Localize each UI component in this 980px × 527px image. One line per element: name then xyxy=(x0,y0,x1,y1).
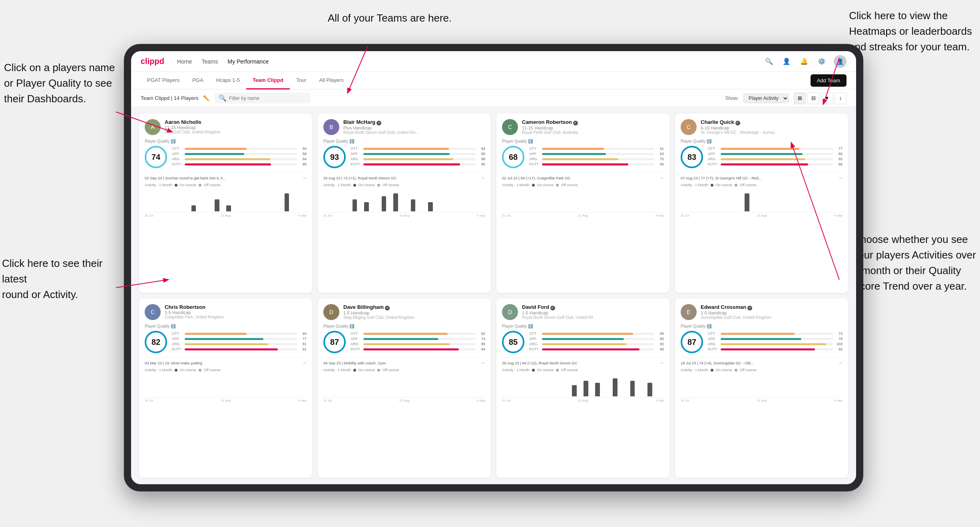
player-handicap: 11-15 Handicap xyxy=(522,125,664,130)
chart-bar xyxy=(613,378,617,396)
player-handicap: 1-5 Handicap xyxy=(701,310,843,315)
score-circle[interactable]: 93 xyxy=(323,146,346,168)
tab-all-players[interactable]: All Players xyxy=(313,72,350,89)
activity-text: Activity · 1 Month xyxy=(323,368,351,372)
score-circle[interactable]: 85 xyxy=(502,331,524,353)
nav-home[interactable]: Home xyxy=(177,57,192,66)
stat-bar-arg xyxy=(363,158,453,160)
nav-teams[interactable]: Teams xyxy=(201,57,218,66)
latest-round[interactable]: 07 Aug 23 | 77 (+7), St George's Hill GC… xyxy=(681,172,843,181)
on-course-label: On course xyxy=(180,368,197,372)
search-input[interactable] xyxy=(229,95,307,101)
activity-text: Activity · 1 Month xyxy=(502,183,530,187)
edit-icon[interactable]: ✏️ xyxy=(203,95,210,101)
player-info: David Ford✓ 1-5 Handicap Royal North Dev… xyxy=(522,304,664,320)
latest-round[interactable]: 04 Sep 23 | Mobility with coach, Gym → xyxy=(323,357,485,366)
profile-icon[interactable]: 👤 xyxy=(781,56,792,67)
player-name[interactable]: Chris Robertson xyxy=(165,304,307,310)
latest-round[interactable]: 26 Aug 23 | 73 (+1), Royal North Devon G… xyxy=(323,172,485,181)
stat-label-arg: ARG xyxy=(529,342,540,346)
stat-bar-container xyxy=(542,343,654,345)
add-team-button[interactable]: Add Team xyxy=(811,74,847,87)
player-name[interactable]: Cameron Robertson✓ xyxy=(522,119,664,125)
tab-tour[interactable]: Tour xyxy=(290,72,313,89)
player-name[interactable]: Aaron Nicholls xyxy=(165,119,307,125)
player-card[interactable]: C Cameron Robertson✓ 11-15 Handicap Roya… xyxy=(496,113,669,293)
latest-round[interactable]: 03 Mar 23 | 19, Must make putting → xyxy=(145,357,307,366)
stat-label-app: APP xyxy=(708,337,719,341)
tab-hcaps[interactable]: Hcaps 1-5 xyxy=(210,72,246,89)
tab-team-clippd[interactable]: Team Clippd xyxy=(246,72,290,89)
latest-round[interactable]: 02 Jul 23 | 59 (+17), Craigmillar Park G… xyxy=(502,172,664,181)
stat-label-ott: OTT xyxy=(529,332,540,336)
score-circle[interactable]: 87 xyxy=(681,331,703,353)
stat-bar-container xyxy=(542,153,654,155)
player-card[interactable]: D David Ford✓ 1-5 Handicap Royal North D… xyxy=(496,298,669,478)
date-end: 4 Sep xyxy=(655,399,664,402)
player-handicap: 11-15 Handicap xyxy=(165,125,307,130)
on-course-label: On course xyxy=(716,183,733,187)
player-card[interactable]: E Edward Crossman✓ 1-5 Handicap Sunningd… xyxy=(675,298,848,478)
chart-dates: 31 Jul 21 Aug 4 Sep xyxy=(681,214,843,217)
date-mid: 21 Aug xyxy=(221,399,231,402)
player-name[interactable]: David Ford✓ xyxy=(522,304,664,310)
score-circle[interactable]: 68 xyxy=(502,146,524,168)
chart-bar xyxy=(393,193,398,211)
activity-label: Activity · 1 Month On course Off course xyxy=(145,183,307,187)
chart-bar xyxy=(745,193,749,211)
tab-pga[interactable]: PGA xyxy=(186,72,209,89)
latest-round[interactable]: 26 Aug 23 | 84 (+12), Royal North Devon … xyxy=(502,357,664,366)
stat-bar-container xyxy=(721,153,833,155)
player-club: St. George's Hill GC - Weybridge - Surre… xyxy=(701,130,843,135)
stat-value-app: 79 xyxy=(835,337,843,341)
list-view-button[interactable]: ⊟ xyxy=(807,92,819,104)
filter-button[interactable]: ▼ xyxy=(821,92,833,104)
score-circle[interactable]: 82 xyxy=(145,331,167,353)
stat-bar-ott xyxy=(721,148,799,150)
stat-bar-ott xyxy=(542,333,633,335)
stat-bar-ott xyxy=(721,333,795,335)
player-card[interactable]: A Aaron Nicholls 11-15 Handicap Drift Go… xyxy=(139,113,312,293)
player-name[interactable]: Charlie Quick✓ xyxy=(701,119,843,125)
sort-button[interactable]: ↕ xyxy=(835,92,847,104)
stat-bar-container xyxy=(185,148,297,150)
on-course-label: On course xyxy=(537,183,554,187)
settings-icon[interactable]: ⚙️ xyxy=(816,56,827,67)
stat-value-app: 85 xyxy=(477,152,485,156)
player-name[interactable]: Dave Billingham✓ xyxy=(343,304,485,310)
stat-label-putt: PUTT xyxy=(529,347,540,351)
player-card[interactable]: C Charlie Quick✓ 6-10 Handicap St. Georg… xyxy=(675,113,848,293)
nav-myperformance[interactable]: My Performance xyxy=(227,57,269,66)
stat-row-arg: ARG 88 xyxy=(351,157,485,161)
stat-label-app: APP xyxy=(708,152,719,156)
score-circle[interactable]: 74 xyxy=(145,146,167,168)
search-box: 🔍 xyxy=(215,93,311,103)
tab-pgat-players[interactable]: PGAT Players xyxy=(141,72,186,89)
stats-table: OTT 73 APP 79 ARG xyxy=(708,332,843,352)
latest-round[interactable]: 02 Sep 23 | Sunrise round to get back in… xyxy=(145,172,307,181)
quality-content: 82 OTT 60 APP 77 xyxy=(145,331,307,353)
player-card[interactable]: B Blair McHarg✓ Plus Handicap Royal Nort… xyxy=(318,113,491,293)
stat-value-ott: 73 xyxy=(835,332,843,336)
grid-view-button[interactable]: ⊞ xyxy=(794,92,806,104)
annotation-top-center: All of your Teams are here. xyxy=(328,12,452,24)
player-card[interactable]: C Chris Robertson 1-5 Handicap Craigmill… xyxy=(139,298,312,478)
score-circle[interactable]: 87 xyxy=(323,331,346,353)
date-end: 4 Sep xyxy=(298,214,307,217)
stat-value-app: 80 xyxy=(656,337,664,341)
score-circle[interactable]: 83 xyxy=(681,146,703,168)
player-name[interactable]: Edward Crossman✓ xyxy=(701,304,843,310)
player-card[interactable]: D Dave Billingham✓ 1-5 Handicap Stag Mag… xyxy=(318,298,491,478)
bell-icon[interactable]: 🔔 xyxy=(799,56,810,67)
on-course-dot xyxy=(711,184,713,187)
latest-round[interactable]: 18 Jul 23 | 74 (+4), Sunningdale GC - Ol… xyxy=(681,357,843,366)
stat-bar-container xyxy=(185,158,297,160)
avatar-button[interactable]: 👤 xyxy=(834,55,847,68)
on-course-dot xyxy=(175,369,177,372)
stat-bar-container xyxy=(721,343,833,345)
show-select[interactable]: Player Activity xyxy=(743,93,789,103)
show-label: Show: xyxy=(725,95,739,101)
player-name[interactable]: Blair McHarg✓ xyxy=(343,119,485,125)
nav-logo[interactable]: clippd xyxy=(141,57,164,66)
search-icon[interactable]: 🔍 xyxy=(763,56,775,67)
